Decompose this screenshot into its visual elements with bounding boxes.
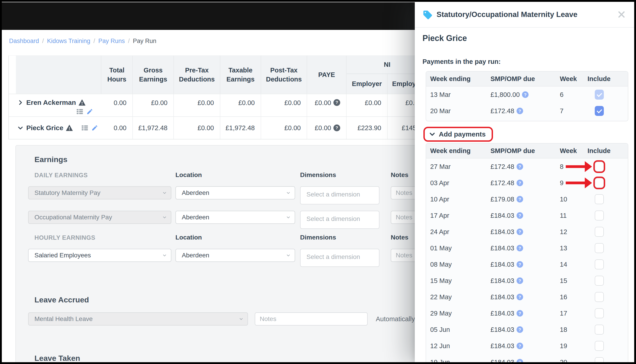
edit-pencil-icon[interactable] [91, 124, 98, 131]
help-icon[interactable]: ? [517, 164, 523, 170]
help-icon[interactable]: ? [517, 310, 523, 317]
week-ending-value: 13 Mar [430, 91, 451, 98]
taxable-earnings-value: £0.00 [220, 94, 261, 116]
help-icon[interactable]: ? [517, 196, 523, 202]
daily-earnings-label: DAILY EARNINGS [35, 172, 88, 179]
location-select[interactable]: Aberdeen [175, 186, 295, 200]
dimension-select[interactable]: Select a dimension [300, 211, 379, 229]
smp-omp-due-value: £184.03? [491, 310, 523, 317]
breadcrumb-separator: / [42, 38, 44, 44]
leave-accrued-heading: Leave Accrued [35, 296, 89, 304]
dimensions-label: Dimensions [300, 171, 336, 178]
include-checkbox[interactable] [595, 106, 604, 116]
help-icon[interactable]: ? [517, 326, 523, 333]
dropdown-chevron-icon [286, 253, 291, 258]
location-select[interactable]: Aberdeen [175, 249, 295, 262]
smp-omp-due-value: £184.03? [491, 342, 523, 350]
paye-help-icon[interactable]: ? [333, 124, 340, 131]
include-checkbox[interactable] [595, 357, 604, 362]
add-payments-button[interactable]: Add payments [423, 127, 493, 142]
smp-omp-due-value: £179.08? [491, 196, 523, 203]
table-row-pieck-grice[interactable]: Pieck Grice 0.00 £1,972.48 £0.00 £1,9 [9, 116, 428, 139]
payments-table-header: Week ending SMP/OMP due Week Include [426, 144, 628, 158]
week-ending-value: 17 Apr [430, 212, 449, 219]
employee-cell[interactable]: Pieck Grice [9, 117, 101, 139]
location-select[interactable]: Aberdeen [175, 211, 295, 224]
include-checkbox[interactable] [595, 243, 604, 253]
help-icon[interactable]: ? [517, 294, 523, 300]
include-checkbox[interactable] [595, 308, 604, 318]
help-icon[interactable]: ? [517, 343, 523, 349]
payment-row: 12 Jun £184.03? 19 [426, 338, 628, 354]
include-checkbox[interactable] [595, 178, 604, 188]
paye-help-icon[interactable]: ? [333, 99, 340, 106]
include-checkbox[interactable] [595, 227, 604, 237]
pay-category-select[interactable]: Occupational Maternity Pay [28, 211, 171, 224]
dimension-select[interactable]: Select a dimension [300, 249, 379, 267]
chevron-right-icon[interactable] [17, 100, 24, 106]
week-ending-value: 08 May [430, 261, 452, 268]
payment-row: 01 May £184.03? 13 [426, 240, 628, 256]
pay-category-select[interactable]: Statutory Maternity Pay [28, 186, 171, 200]
col-pretax-deductions: Pre-Tax Deductions [174, 56, 220, 94]
help-icon[interactable]: ? [517, 108, 523, 114]
include-checkbox[interactable] [595, 260, 604, 270]
week-header: Week [560, 147, 577, 154]
include-header: Include [587, 147, 611, 154]
include-checkbox[interactable] [595, 276, 604, 286]
employee-cell[interactable]: Eren Ackerman [9, 94, 101, 116]
help-icon[interactable]: ? [517, 229, 523, 235]
breadcrumb-business[interactable]: Kidows Training [47, 38, 90, 44]
help-icon[interactable]: ? [517, 359, 523, 362]
edit-pencil-icon[interactable] [86, 108, 93, 115]
smp-omp-due-value: £184.03? [491, 358, 523, 362]
payment-row: 29 May £184.03? 17 [426, 305, 628, 322]
include-checkbox[interactable] [595, 341, 604, 351]
pay-run-table-header: Total Hours Gross Earnings Pre-Tax Deduc… [9, 56, 428, 94]
smp-omp-due-value: £1,800.00? [491, 91, 529, 98]
dropdown-chevron-icon [162, 190, 167, 196]
help-icon[interactable]: ? [517, 245, 523, 252]
dimension-select[interactable]: Select a dimension [300, 186, 379, 204]
smp-omp-due-value: £172.48? [491, 179, 523, 187]
employee-name: Pieck Grice [26, 124, 63, 132]
leave-category-select[interactable]: Mental Health Leave [28, 312, 248, 326]
include-checkbox[interactable] [595, 210, 604, 220]
payment-row: 03 Apr £172.48? 9 [426, 175, 628, 191]
week-number: 9 [560, 179, 563, 187]
journal-icon[interactable] [81, 124, 89, 131]
breadcrumb-pay-runs[interactable]: Pay Runs [98, 38, 125, 44]
week-ending-value: 19 Jun [430, 358, 450, 362]
leave-notes-input[interactable] [255, 312, 368, 326]
help-icon[interactable]: ? [517, 180, 523, 186]
help-icon[interactable]: ? [517, 261, 523, 268]
breadcrumb-dashboard[interactable]: Dashboard [9, 38, 39, 44]
help-icon[interactable]: ? [517, 212, 523, 219]
smp-omp-due-value: £184.03? [491, 212, 523, 219]
pretax-deductions-value: £0.00 [174, 117, 220, 139]
close-icon[interactable] [616, 10, 626, 20]
help-icon[interactable]: ? [517, 278, 523, 284]
include-checkbox[interactable] [595, 292, 604, 302]
table-row-eren-ackerman[interactable]: Eren Ackerman 0.00 £0.00 £0.00 £0.00 [9, 94, 428, 116]
chevron-down-icon [429, 131, 436, 138]
expander-gutter-header [9, 56, 16, 94]
payment-row: 20 Mar £172.48? 7 [426, 103, 628, 119]
journal-icon[interactable] [76, 108, 84, 115]
automatically-accrue-text: Automatically A [376, 315, 421, 323]
include-checkbox[interactable] [595, 194, 604, 204]
col-posttax-deductions: Post-Tax Deductions [261, 56, 307, 94]
pay-category-select[interactable]: Salaried Employees [28, 249, 171, 262]
chevron-down-icon[interactable] [17, 125, 24, 131]
include-checkbox[interactable] [595, 162, 604, 172]
week-number: 10 [560, 196, 567, 203]
help-icon[interactable]: ? [522, 92, 529, 98]
gross-earnings-value: £0.00 [133, 94, 174, 116]
total-hours-value: 0.00 [101, 117, 133, 139]
paye-value: £0.00? [307, 117, 347, 139]
include-checkbox[interactable] [595, 324, 604, 334]
dimensions-label: Dimensions [300, 234, 336, 241]
employee-name: Eren Ackerman [26, 99, 76, 106]
include-checkbox[interactable] [595, 90, 604, 100]
smp-omp-due-header: SMP/OMP due [491, 147, 535, 154]
